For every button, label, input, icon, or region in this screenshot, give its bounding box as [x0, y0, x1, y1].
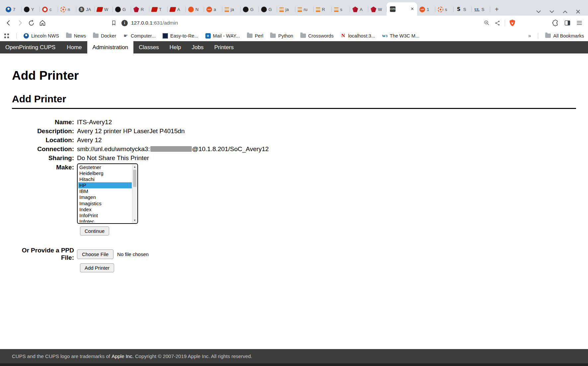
bookmarks-bar: Lincoln NWSNewsDocker☛Computer...Easy-to…	[0, 30, 588, 41]
sidebar-toggle-icon[interactable]	[562, 18, 573, 28]
tab[interactable]: Y	[22, 3, 40, 16]
tab[interactable]: 7	[3, 3, 22, 16]
bookmark-item[interactable]: News	[66, 33, 86, 39]
tab[interactable]: W	[95, 3, 113, 16]
bookmarks-overflow-icon[interactable]: »	[528, 33, 531, 39]
tab[interactable]: A	[168, 3, 186, 16]
all-bookmarks-button[interactable]: All Bookmarks	[545, 33, 584, 39]
make-option[interactable]: Gestetner	[78, 164, 132, 170]
tab-active[interactable]: CUPS×	[387, 2, 417, 16]
list-scrollbar[interactable]: ▲ ▼	[132, 164, 137, 223]
tab-title: T	[159, 7, 162, 12]
field-label: Connection:	[12, 144, 77, 153]
bookmark-item[interactable]: Lincoln NWS	[24, 33, 59, 39]
tab-search-icon[interactable]	[536, 10, 541, 13]
tab[interactable]: s	[332, 3, 350, 16]
scroll-up-icon[interactable]: ▲	[132, 165, 137, 169]
cups-brand[interactable]: OpenPrinting CUPS	[0, 41, 61, 53]
site-info-icon[interactable]: i	[121, 20, 128, 26]
nav-item-help[interactable]: Help	[164, 41, 186, 53]
tab-strip: 7YcnSJAWGRTANaskajaGGjaruRsAWCUPS×ask1sS…	[0, 0, 588, 16]
bookmark-item[interactable]: Crosswords	[300, 33, 334, 39]
make-option[interactable]: Imagen	[78, 194, 132, 200]
tab[interactable]: T	[149, 3, 168, 16]
bookmark-item[interactable]: Easy-to-Re...	[163, 33, 198, 39]
tab[interactable]: A	[350, 3, 368, 16]
sx-favicon: S	[456, 7, 462, 12]
nav-item-jobs[interactable]: Jobs	[186, 41, 209, 53]
apple-link[interactable]: Apple Inc.	[111, 353, 134, 359]
extensions-icon[interactable]	[550, 18, 561, 28]
make-option[interactable]: HP	[78, 182, 132, 188]
reload-button[interactable]	[26, 18, 37, 28]
tab[interactable]: ja	[222, 3, 241, 16]
tab[interactable]: ru	[295, 3, 314, 16]
maximize-icon[interactable]	[563, 10, 567, 13]
tab[interactable]: ULS	[472, 3, 490, 16]
field-row: Connection:smb://unl.edu\wmotycka3:@10.1…	[12, 144, 576, 153]
tab[interactable]: ja	[277, 3, 295, 16]
tab[interactable]: s	[435, 3, 454, 16]
omnibox[interactable]: i 127.0.0.1:631/admin	[48, 17, 518, 29]
make-option[interactable]: Index	[78, 207, 132, 213]
tab-title: Y	[31, 7, 34, 12]
field-row: Name:ITS-Avery12	[12, 118, 576, 127]
bookmark-item[interactable]: oMail - WAY...	[205, 33, 240, 39]
footer-text-post: Copyright © 2007-2019 Apple Inc. All rig…	[134, 353, 252, 359]
nav-item-printers[interactable]: Printers	[209, 41, 239, 53]
forward-button[interactable]	[15, 18, 25, 28]
tab-title: n	[68, 7, 70, 12]
tab[interactable]: SJA	[76, 3, 95, 16]
make-option[interactable]: Imagistics	[78, 201, 132, 207]
field-value: ITS-Avery12	[77, 118, 112, 127]
field-label: Sharing:	[12, 153, 77, 162]
nav-item-classes[interactable]: Classes	[133, 41, 164, 53]
bookmark-item[interactable]: ☛Computer...	[123, 33, 156, 39]
tab[interactable]: R	[131, 3, 149, 16]
nav-item-administration[interactable]: Administration	[87, 41, 134, 53]
bookmark-item[interactable]: Nlocalhost:3...	[340, 33, 375, 39]
apps-grid-icon[interactable]	[4, 33, 9, 39]
back-button[interactable]	[3, 18, 14, 28]
tab[interactable]: SS	[454, 3, 472, 16]
continue-button[interactable]: Continue	[80, 227, 109, 235]
tab-close-icon[interactable]: ×	[411, 6, 414, 12]
make-list[interactable]: GestetnerHeidelbergHitachiHPIBMImagenIma…	[77, 163, 138, 224]
scroll-down-icon[interactable]: ▼	[132, 218, 137, 223]
menu-icon[interactable]	[574, 18, 585, 28]
bookmark-item[interactable]: Perl	[247, 33, 263, 39]
minimize-icon[interactable]	[550, 10, 554, 13]
make-option[interactable]: Infotec	[78, 219, 132, 223]
bookmark-item[interactable]: W3The W3C M...	[382, 33, 419, 39]
tab[interactable]: ask1	[417, 3, 435, 16]
url-text[interactable]: 127.0.0.1:631/admin	[131, 20, 178, 26]
tab[interactable]: G	[241, 3, 259, 16]
make-option[interactable]: InfoPrint	[78, 213, 132, 219]
tab[interactable]: G	[113, 3, 131, 16]
bookmark-item[interactable]: Docker	[93, 33, 116, 39]
home-button[interactable]	[37, 18, 48, 28]
scroll-thumb[interactable]	[133, 170, 136, 187]
bookmark-item[interactable]: Python	[270, 33, 293, 39]
bookmarks-container: Lincoln NWSNewsDocker☛Computer...Easy-to…	[24, 33, 419, 39]
make-option[interactable]: IBM	[78, 188, 132, 194]
make-option[interactable]: Heidelberg	[78, 170, 132, 176]
bookmark-page-icon[interactable]	[111, 20, 117, 26]
tab[interactable]: W	[368, 3, 387, 16]
tab[interactable]: aska	[204, 3, 222, 16]
tab[interactable]: n	[58, 3, 76, 16]
zoom-icon[interactable]	[481, 18, 492, 28]
share-icon[interactable]	[492, 18, 503, 28]
tab[interactable]: N	[186, 3, 204, 16]
close-window-icon[interactable]	[576, 10, 580, 14]
choose-file-button[interactable]: Choose File	[77, 249, 113, 259]
tab[interactable]: c	[40, 3, 58, 16]
make-option[interactable]: Hitachi	[78, 176, 132, 182]
brave-shield-icon[interactable]	[507, 18, 518, 28]
nav-item-home[interactable]: Home	[61, 41, 87, 53]
tab[interactable]: G	[259, 3, 277, 16]
new-tab-button[interactable]: +	[492, 5, 501, 14]
field-label: Location:	[12, 136, 77, 144]
add-printer-button[interactable]: Add Printer	[80, 263, 114, 272]
tab[interactable]: R	[314, 3, 332, 16]
